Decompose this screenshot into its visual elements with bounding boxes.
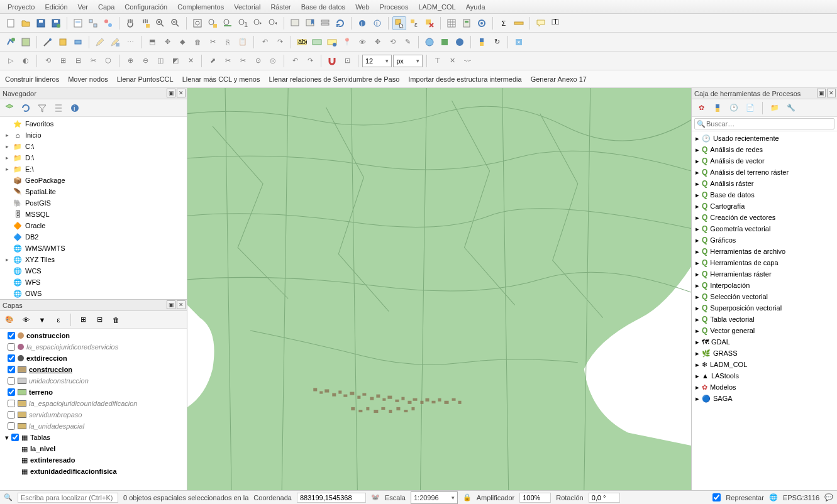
refresh-icon[interactable] (333, 16, 347, 30)
proceso-group[interactable]: ▸QAnálisis de redes (692, 144, 837, 155)
panel-restore-icon[interactable]: ▣ (817, 89, 826, 97)
expression-filter-icon[interactable]: ε (52, 313, 65, 327)
procesos-search-input[interactable] (694, 118, 834, 129)
layer-item[interactable]: terreno (0, 386, 187, 398)
options-icon[interactable]: 🔧 (784, 101, 798, 115)
menu-ver[interactable]: Ver (73, 2, 94, 12)
new-vector-icon[interactable] (41, 35, 55, 49)
adv-dig-18[interactable]: ↷ (303, 54, 317, 68)
layer-item[interactable]: construccion (0, 330, 187, 341)
label-rule-icon[interactable] (310, 35, 324, 49)
menu-procesos[interactable]: Procesos (375, 2, 414, 12)
messages-icon[interactable]: 💬 (824, 493, 833, 501)
add-feature-icon[interactable]: ⬒ (145, 35, 159, 49)
navegador-item[interactable]: 📦GeoPackage (0, 175, 187, 186)
zoom-out-icon[interactable] (169, 16, 182, 30)
filter-browser-icon[interactable] (35, 101, 49, 115)
proceso-group[interactable]: ▸❄LADM_COL (692, 359, 837, 370)
new-memory-icon[interactable] (71, 35, 85, 49)
open-icon[interactable] (19, 16, 33, 30)
navegador-item[interactable]: ▸📁E:\ (0, 163, 187, 175)
capas-tree[interactable]: construccionla_espaciojuridicoredservici… (0, 329, 187, 490)
identify-icon[interactable]: i (355, 16, 369, 30)
visibility-icon[interactable]: 👁 (19, 313, 33, 327)
adv-dig-2[interactable]: ⟲ (41, 54, 55, 68)
label-pin-icon[interactable]: 📍 (340, 35, 354, 49)
processing-toolbox-icon[interactable] (475, 16, 489, 30)
panel-close-icon[interactable]: ✕ (177, 89, 186, 97)
panel-close-icon[interactable]: ✕ (827, 89, 836, 97)
proceso-group[interactable]: ▸✿Modelos (692, 381, 837, 393)
python-reload-icon[interactable]: ↻ (490, 35, 504, 49)
edit-pencil-icon[interactable] (93, 35, 107, 49)
zoom-last-icon[interactable] (251, 16, 265, 30)
adv-dig-16[interactable]: ◎ (266, 54, 280, 68)
layer-item[interactable]: extdireccion (0, 353, 187, 364)
navegador-item[interactable]: 🗄MSSQL (0, 209, 187, 220)
proceso-group[interactable]: ▸QHerramientas ráster (692, 268, 837, 280)
move-feature-icon[interactable]: ✥ (160, 35, 174, 49)
redo-icon[interactable]: ↷ (273, 35, 287, 49)
navegador-tree[interactable]: ⭐Favoritos▸⌂Inicio▸📁C:\▸📁D:\▸📁E:\📦GeoPac… (0, 117, 187, 299)
proceso-group[interactable]: ▸🌿GRASS (692, 348, 837, 359)
proceso-group[interactable]: ▸▲LAStools (692, 370, 837, 381)
adv-dig-6[interactable]: ⬡ (101, 54, 115, 68)
identify2-icon[interactable]: i (370, 16, 384, 30)
crs-label[interactable]: EPSG:3116 (783, 494, 819, 501)
proceso-group[interactable]: ▸QHerramientas de archivo (692, 246, 837, 257)
lock-scale-icon[interactable]: 🔒 (463, 493, 472, 501)
close-panel-icon[interactable] (512, 35, 526, 49)
action-mover-nodos[interactable]: Mover nodos (68, 75, 108, 83)
label-rotate-icon[interactable]: ⟲ (385, 35, 399, 49)
expand-all-icon[interactable]: ⊞ (76, 313, 90, 327)
menu-capa[interactable]: Capa (93, 2, 119, 12)
crs-icon[interactable]: 🌐 (769, 493, 778, 501)
results-icon[interactable]: 📄 (743, 101, 757, 115)
adv-dig-13[interactable]: ✂ (221, 54, 235, 68)
label-change-icon[interactable]: ✎ (401, 35, 414, 49)
cut-icon[interactable]: ✂ (206, 35, 219, 49)
save-all-edits-icon[interactable]: ⋯ (123, 35, 137, 49)
render-checkbox[interactable] (712, 493, 721, 501)
layer-item[interactable]: construccion (0, 364, 187, 375)
adv-dig-11[interactable]: ✕ (184, 54, 197, 68)
menu-complementos[interactable]: Complementos (172, 2, 229, 12)
trace-icon[interactable]: 〰 (461, 54, 475, 68)
properties-browser-icon[interactable]: i (68, 101, 82, 115)
proceso-group[interactable]: ▸🗺GDAL (692, 336, 837, 348)
model-icon[interactable]: ✿ (694, 101, 708, 115)
label-move-icon[interactable]: ✥ (370, 35, 384, 49)
pan-selection-icon[interactable] (138, 16, 152, 30)
navegador-item[interactable]: 🌐WFS (0, 277, 187, 288)
digitize-icon[interactable]: ▷ (4, 54, 18, 68)
save-as-icon[interactable] (49, 16, 63, 30)
attribute-table-icon[interactable] (445, 16, 458, 30)
proceso-group[interactable]: ▸QAnálisis de vector (692, 155, 837, 167)
navegador-item[interactable]: ▸📁C:\ (0, 141, 187, 152)
field-calc-icon[interactable] (460, 16, 474, 30)
plugin-globe-icon[interactable] (423, 35, 436, 49)
zoom-layer-icon[interactable] (221, 16, 235, 30)
proceso-group[interactable]: ▸QCreación de vectores (692, 212, 837, 223)
proceso-group[interactable]: ▸QInterpolación (692, 280, 837, 291)
show-bookmarks-icon[interactable] (318, 16, 332, 30)
proceso-group[interactable]: ▸QGráficos (692, 234, 837, 246)
script-icon[interactable] (711, 101, 724, 115)
layer-checkbox[interactable] (8, 377, 15, 385)
proceso-group[interactable]: ▸QGeometría vectorial (692, 223, 837, 234)
procesos-tree[interactable]: ▸🕑Usado recientemente▸QAnálisis de redes… (692, 131, 837, 490)
menu-vectorial[interactable]: Vectorial (229, 2, 265, 12)
new-bookmark-icon[interactable] (303, 16, 317, 30)
layer-item[interactable]: servidumbrepaso (0, 409, 187, 420)
panel-restore-icon[interactable]: ▣ (167, 300, 175, 309)
proceso-group[interactable]: ▸QTabla vectorial (692, 314, 837, 325)
layer-checkbox[interactable] (8, 366, 15, 373)
tabla-item[interactable]: ▦extunidadedificacionfisica (0, 466, 187, 477)
snap-intersect-icon[interactable]: ✕ (446, 54, 460, 68)
new-project-icon[interactable] (4, 16, 18, 30)
adv-dig-17[interactable]: ↶ (288, 54, 302, 68)
snap-unit-combo[interactable]: px (393, 55, 423, 67)
layer-item[interactable]: la_unidadespacial (0, 420, 187, 432)
style-manager-icon[interactable] (101, 16, 115, 30)
zoom-full-icon[interactable] (191, 16, 204, 30)
